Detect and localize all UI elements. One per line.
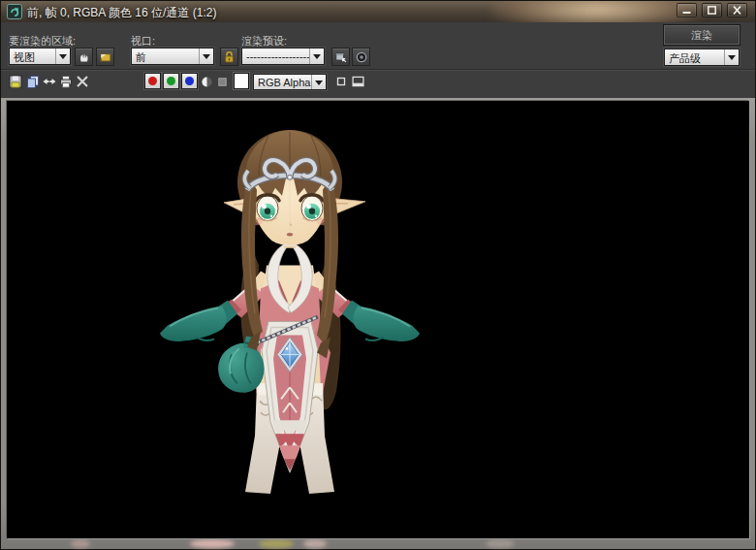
viewport-lock-button[interactable]	[220, 48, 238, 66]
clone-window-button[interactable]	[42, 74, 57, 89]
dropdown-arrow-icon	[311, 75, 326, 89]
alpha-channel-button[interactable]	[215, 74, 230, 89]
large-frame-icon	[351, 75, 365, 88]
red-channel-button[interactable]	[144, 73, 161, 89]
glass-smudge	[486, 539, 515, 548]
region-label: 要渲染的区域:	[9, 34, 76, 49]
dropdown-arrow-icon	[309, 49, 324, 64]
rendered-frame-window: 前, 帧 0, RGBA 颜色 16 位/通道 (1:2) 要渲染的区域: 视口…	[0, 0, 756, 550]
toggle-ui-button[interactable]	[351, 74, 365, 89]
toggle-overlays-button[interactable]	[333, 74, 348, 89]
hand-icon	[78, 50, 91, 64]
close-icon	[731, 5, 743, 16]
app-window-icon	[7, 4, 22, 19]
small-frame-icon	[334, 75, 348, 88]
quality-dropdown[interactable]: 产品级	[664, 49, 740, 66]
print-image-button[interactable]	[58, 74, 74, 89]
render-button[interactable]: 渲染	[664, 25, 740, 45]
background-color-swatch[interactable]	[234, 73, 249, 89]
minimize-button[interactable]	[677, 3, 697, 17]
preset-label: 渲染预设:	[241, 34, 287, 49]
region-dropdown[interactable]: 视图	[9, 48, 71, 65]
padlock-icon	[223, 50, 236, 64]
yellow-region-icon	[99, 50, 112, 64]
quality-value: 产品级	[665, 49, 724, 65]
viewport-label: 视口:	[131, 34, 155, 49]
environment-button[interactable]	[352, 48, 370, 66]
toolbar-divider	[1, 69, 755, 71]
titlebar[interactable]: 前, 帧 0, RGBA 颜色 16 位/通道 (1:2)	[1, 1, 755, 22]
dropdown-arrow-icon	[724, 49, 739, 65]
sphere-icon	[355, 50, 368, 64]
save-preset-button[interactable]	[331, 48, 350, 66]
copy-image-button[interactable]	[25, 74, 41, 89]
preset-dropdown[interactable]: --------------------	[241, 48, 325, 65]
viewport-dropdown[interactable]: 前	[131, 48, 214, 65]
save-image-button[interactable]	[8, 74, 23, 89]
toolbar: 要渲染的区域: 视口: 渲染预设: 视图 前 ----	[1, 22, 755, 98]
window-controls	[677, 3, 747, 17]
canvas-frame	[1, 98, 755, 549]
panel-arrow-icon	[334, 50, 348, 64]
half-circle-icon	[201, 76, 213, 88]
glass-smudge	[71, 539, 90, 548]
blue-dot-icon	[185, 77, 194, 85]
channel-display-dropdown[interactable]: RGB Alpha	[253, 74, 327, 90]
viewport-value: 前	[132, 49, 199, 64]
monochrome-button[interactable]	[200, 74, 214, 89]
dropdown-arrow-icon	[55, 49, 70, 64]
green-dot-icon	[167, 77, 175, 85]
close-button[interactable]	[727, 3, 747, 17]
preset-value: --------------------	[242, 49, 309, 64]
glass-smudge	[303, 539, 327, 548]
gray-square-icon	[216, 76, 229, 88]
green-channel-button[interactable]	[163, 73, 179, 89]
auto-region-button[interactable]	[96, 48, 114, 66]
channel-display-value: RGB Alpha	[254, 75, 311, 89]
glass-smudge	[259, 539, 294, 548]
character-render	[7, 101, 749, 538]
region-value: 视图	[10, 49, 55, 64]
maximize-button[interactable]	[702, 3, 722, 17]
minimize-icon	[680, 5, 693, 16]
blue-channel-button[interactable]	[181, 73, 198, 89]
aero-glass-blur	[490, 1, 704, 22]
edit-region-button[interactable]	[75, 48, 93, 66]
red-dot-icon	[148, 77, 157, 85]
clear-button[interactable]	[75, 74, 90, 89]
dropdown-arrow-icon	[199, 49, 213, 64]
window-title: 前, 帧 0, RGBA 颜色 16 位/通道 (1:2)	[27, 5, 216, 21]
render-canvas[interactable]	[7, 101, 749, 538]
glass-smudge	[190, 539, 235, 548]
maximize-icon	[706, 5, 718, 16]
